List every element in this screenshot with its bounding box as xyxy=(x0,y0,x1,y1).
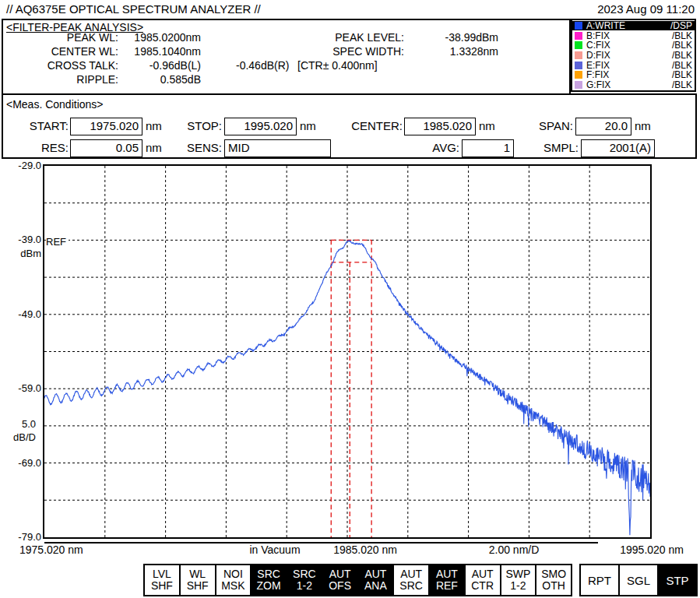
sweep-key-bar: RPTSGLSTP xyxy=(579,564,698,596)
y-axis-label: -59.0 xyxy=(0,382,41,394)
softkey-label-line1: LVL xyxy=(153,568,171,580)
spectrum-chart xyxy=(44,166,650,537)
trace-status-panel: A:WRITE/DSPB:FIX/BLKC:FIX/BLKD:FIX/BLKE:… xyxy=(571,19,696,92)
softkey-aut-src[interactable]: AUTSRC xyxy=(394,565,428,595)
analysis-label: SPEC WIDTH: xyxy=(234,45,404,58)
softkey-label: STP xyxy=(666,575,688,586)
trace-color-swatch xyxy=(575,22,582,30)
meas-field-value-center[interactable]: 1985.020 xyxy=(404,118,476,135)
trace-row[interactable]: D:FIX/BLK xyxy=(572,51,695,60)
softkey-label-line2: OFS xyxy=(329,580,351,592)
softkey-stp[interactable]: STP xyxy=(659,565,696,595)
meas-field-value-stop[interactable]: 1995.020 xyxy=(224,118,297,135)
analysis-value: 1985.0200nm xyxy=(121,31,201,44)
softkey-label-line1: AUT xyxy=(329,568,351,580)
ref-level-label: REF xyxy=(46,236,69,248)
trace-color-swatch xyxy=(575,51,582,59)
analysis-label: CENTER WL: xyxy=(6,45,118,58)
trace-row[interactable]: C:FIX/BLK xyxy=(572,40,695,50)
analysis-value: -38.99dBm xyxy=(409,31,498,44)
softkey-label-line2: OTH xyxy=(542,580,565,592)
meas-field-label-sens: SENS: xyxy=(140,141,222,154)
softkey-label-line1: AUT xyxy=(472,568,494,580)
meas-field-unit-center: nm xyxy=(479,119,495,132)
analysis-label: PEAK WL: xyxy=(6,31,118,44)
softkey-label: RPT xyxy=(588,575,611,586)
softkey-label-line1: AUT xyxy=(364,568,386,580)
softkey-aut-ref[interactable]: AUTREF xyxy=(430,565,464,595)
meas-field-label-center: CENTER: xyxy=(311,119,403,132)
softkey-label-line1: WL xyxy=(189,568,206,580)
softkey-smo-oth[interactable]: SMOOTH xyxy=(536,565,571,595)
page-title: // AQ6375E OPTICAL SPECTRUM ANALYZER // xyxy=(6,2,261,16)
trace-color-swatch xyxy=(575,62,582,69)
softkey-src-1-2[interactable]: SRC1-2 xyxy=(287,565,322,595)
spectrum-plot-area xyxy=(43,164,652,539)
softkey-noi-msk[interactable]: NOIMSK xyxy=(216,565,251,595)
softkey-label-line2: ANA xyxy=(364,580,387,592)
softkey-label-line1: NOI xyxy=(223,568,243,580)
softkey-label-line2: SHF xyxy=(187,580,209,592)
osa-screen: // AQ6375E OPTICAL SPECTRUM ANALYZER // … xyxy=(0,0,700,598)
x-axis-start-label: 1975.020 nm xyxy=(19,543,83,556)
softkey-label-line1: SWP xyxy=(505,568,530,580)
trace-row[interactable]: G:FIX/BLK xyxy=(572,80,695,90)
y-scale-value-label: 5.0 xyxy=(0,418,36,430)
softkey-label-line2: CTR xyxy=(471,580,494,592)
x-axis-center-label: 1985.020 nm xyxy=(333,543,397,556)
softkey-aut-ofs[interactable]: AUTOFS xyxy=(323,565,357,595)
crosstalk-right-value: -0.46dB(R) xyxy=(236,59,289,72)
trace-row[interactable]: E:FIX/BLK xyxy=(572,61,695,70)
softkey-label-line2: MSK xyxy=(221,580,244,592)
trace-row[interactable]: B:FIX/BLK xyxy=(572,31,695,40)
softkey-label: SGL xyxy=(627,575,650,586)
meas-field-label-res: RES: xyxy=(0,141,69,154)
analysis-value: 0.585dB xyxy=(121,73,201,86)
softkey-swp-1-2[interactable]: SWP1-2 xyxy=(501,565,536,595)
analysis-label: CROSS TALK: xyxy=(6,59,118,72)
meas-field-label-start: START: xyxy=(0,119,69,132)
meas-field-value-start[interactable]: 1975.020 xyxy=(70,118,142,135)
trace-color-swatch xyxy=(575,81,582,89)
meas-field-value-span[interactable]: 20.0 xyxy=(575,118,631,135)
softkey-label-line2: 1-2 xyxy=(510,580,526,592)
softkey-src-zom[interactable]: SRCZOM xyxy=(252,565,286,595)
meas-field-label-span: SPAN: xyxy=(498,119,573,132)
meas-section-title: <Meas. Conditions> xyxy=(6,98,104,111)
softkey-aut-ctr[interactable]: AUTCTR xyxy=(466,565,500,595)
analysis-label: RIPPLE: xyxy=(6,73,118,86)
trace-row[interactable]: A:WRITE/DSP xyxy=(572,21,695,30)
x-axis-vacuum-label: in Vacuum xyxy=(249,543,300,556)
meas-field-label-smpl: SMPL: xyxy=(498,141,579,154)
trace-row[interactable]: F:FIX/BLK xyxy=(572,70,695,79)
y-axis-label: -29.0 xyxy=(0,160,41,171)
softkey-rpt[interactable]: RPT xyxy=(581,565,618,595)
softkey-label-line1: SMO xyxy=(541,568,566,580)
meas-field-value-res[interactable]: 0.05 xyxy=(70,139,142,157)
softkey-lvl-shf[interactable]: LVLSHF xyxy=(145,565,179,595)
softkey-aut-ana[interactable]: AUTANA xyxy=(359,565,393,595)
datetime-display: 2023 Aug 09 11:20 xyxy=(545,2,695,16)
softkey-label-line1: SRC xyxy=(293,568,316,580)
analysis-value: -0.96dB(L) xyxy=(121,59,201,72)
y-axis-label: -69.0 xyxy=(0,457,41,469)
analysis-value: 1985.1040nm xyxy=(121,45,201,58)
analysis-label: PEAK LEVEL: xyxy=(234,31,404,44)
softkey-wl-shf[interactable]: WLSHF xyxy=(181,565,215,595)
meas-field-label-stop: STOP: xyxy=(140,119,222,132)
softkey-label-line2: SRC xyxy=(399,580,423,592)
softkey-label-line1: AUT xyxy=(400,568,422,580)
analysis-value: 1.3328nm xyxy=(409,45,498,58)
softkey-label-line2: ZOM xyxy=(257,580,281,592)
softkey-label-line2: SHF xyxy=(151,580,173,592)
y-axis-label: -79.0 xyxy=(0,531,41,543)
softkey-sgl[interactable]: SGL xyxy=(620,565,657,595)
meas-field-value-smpl[interactable]: 2001(A) xyxy=(581,139,655,157)
softkey-label-line2: 1-2 xyxy=(297,580,312,592)
y-axis-label: -39.0 xyxy=(0,234,41,245)
trace-display-status: /BLK xyxy=(672,79,692,90)
y-scale-unit-label: dB/D xyxy=(0,431,36,443)
softkey-label-line2: REF xyxy=(436,580,458,592)
ctr-range-value: [CTR± 0.400nm] xyxy=(297,59,378,72)
meas-field-value-sens[interactable]: MID xyxy=(224,139,331,157)
